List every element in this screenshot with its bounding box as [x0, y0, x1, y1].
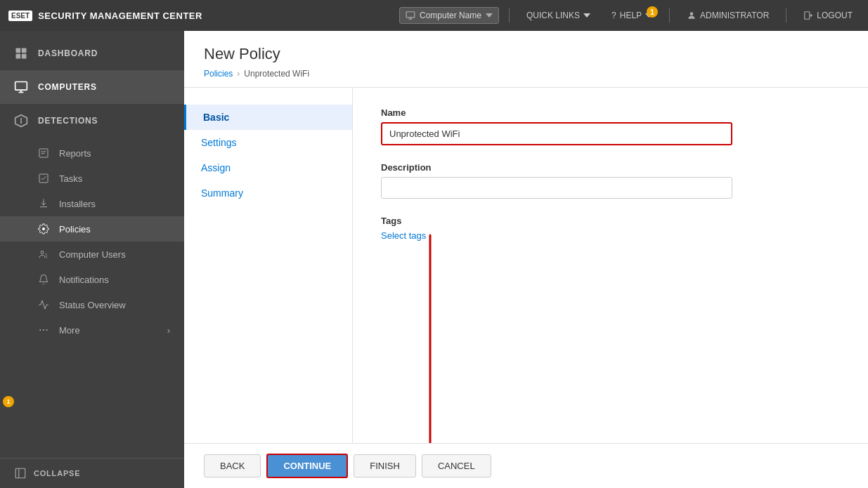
sidebar-item-label: Policies [59, 224, 91, 235]
svg-rect-9 [22, 48, 27, 53]
sidebar-item-status-overview[interactable]: Status Overview [0, 292, 184, 317]
description-field-group: Description [381, 162, 840, 199]
wizard-step-settings[interactable]: Settings [184, 130, 352, 155]
tags-label: Tags [381, 216, 840, 226]
name-input[interactable] [382, 124, 731, 144]
svg-rect-12 [15, 82, 27, 91]
sidebar-item-detections[interactable]: DETECTIONS [0, 104, 184, 138]
sidebar-item-label: Computer Users [59, 249, 126, 260]
name-field-wrapper [381, 122, 732, 145]
form-footer: BACK CONTINUE FINISH CANCEL [184, 443, 868, 488]
sidebar-item-installers[interactable]: Installers [0, 191, 184, 216]
page-header: New Policy Policies › Unprotected WiFi [184, 31, 868, 88]
sidebar-item-tasks[interactable]: Tasks [0, 166, 184, 191]
wizard-step-basic[interactable]: Basic [184, 105, 352, 130]
svg-rect-15 [39, 149, 48, 157]
sidebar: DASHBOARD COMPUTERS DETECTIONS Reports T… [0, 31, 184, 488]
breadcrumb: Policies › Unprotected WiFi [204, 69, 848, 87]
svg-marker-3 [486, 13, 493, 18]
sidebar-main-items: DASHBOARD COMPUTERS DETECTIONS [0, 31, 184, 138]
finish-button[interactable]: FINISH [354, 454, 416, 477]
sidebar-notification-dot: 1 [3, 396, 14, 407]
sidebar-item-label: COMPUTERS [38, 82, 97, 92]
brand-logo: ESET SECURITY MANAGEMENT CENTER [8, 11, 202, 21]
computer-name-label: Computer Name [420, 11, 481, 20]
wizard-steps-panel: Basic Settings Assign Summary [184, 88, 353, 443]
select-tags-link[interactable]: Select tags [381, 230, 426, 241]
sidebar-item-label: Status Overview [59, 300, 126, 310]
sidebar-item-notifications[interactable]: Notifications [0, 267, 184, 292]
continue-button[interactable]: CONTINUE [266, 454, 348, 478]
breadcrumb-separator: › [237, 69, 240, 79]
computer-name-selector[interactable]: Computer Name [399, 7, 499, 24]
svg-rect-8 [16, 48, 21, 53]
eset-badge: ESET [8, 11, 32, 21]
breadcrumb-current: Unprotected WiFi [244, 69, 309, 79]
tags-field-group: Tags Select tags [381, 216, 840, 241]
sidebar-sub-items: Reports Tasks Installers Policies Comput… [0, 138, 184, 345]
collapse-label: COLLAPSE [34, 469, 80, 477]
name-label: Name [381, 107, 840, 118]
sidebar-item-more[interactable]: More › [0, 317, 184, 343]
svg-rect-0 [406, 12, 415, 18]
svg-rect-11 [22, 54, 27, 59]
top-navigation: ESET SECURITY MANAGEMENT CENTER Computer… [0, 0, 868, 31]
svg-point-21 [39, 329, 41, 331]
svg-rect-10 [16, 54, 21, 59]
help-button[interactable]: ? HELP 1 [604, 8, 659, 23]
arrow-annotation [374, 228, 514, 443]
wizard-step-assign[interactable]: Assign [184, 155, 352, 180]
svg-rect-7 [805, 12, 810, 20]
sidebar-item-label: Installers [59, 199, 96, 209]
administrator-button[interactable]: ADMINISTRATOR [680, 8, 776, 23]
sidebar-collapse-button[interactable]: COLLAPSE [0, 458, 184, 488]
cancel-button[interactable]: CANCEL [422, 454, 491, 477]
sidebar-item-policies[interactable]: Policies [0, 216, 184, 242]
wizard-step-summary[interactable]: Summary [184, 180, 352, 206]
help-label: HELP [620, 11, 642, 20]
svg-rect-24 [15, 468, 25, 478]
breadcrumb-parent[interactable]: Policies [204, 69, 233, 79]
content-area: New Policy Policies › Unprotected WiFi B… [184, 31, 868, 488]
sidebar-item-label: Reports [59, 148, 91, 159]
svg-point-23 [46, 329, 48, 331]
sidebar-item-reports[interactable]: Reports [0, 140, 184, 166]
page-title: New Policy [204, 45, 848, 63]
more-arrow-icon: › [167, 325, 170, 336]
sidebar-item-dashboard[interactable]: DASHBOARD [0, 37, 184, 70]
svg-point-6 [690, 12, 694, 15]
logout-label: LOGOUT [817, 11, 853, 20]
back-button[interactable]: BACK [204, 454, 261, 477]
app-title: SECURITY MANAGEMENT CENTER [38, 11, 202, 21]
sidebar-item-label: DASHBOARD [38, 48, 98, 58]
sidebar-item-label: Notifications [59, 275, 109, 285]
logout-button[interactable]: LOGOUT [796, 8, 860, 23]
svg-marker-4 [583, 13, 590, 18]
quick-links-button[interactable]: QUICK LINKS [519, 8, 597, 23]
form-panel: Name Description Tags Select tags [353, 88, 868, 443]
page-body: Basic Settings Assign Summary [184, 88, 868, 443]
administrator-label: ADMINISTRATOR [700, 11, 769, 20]
sidebar-item-computer-users[interactable]: Computer Users [0, 242, 184, 267]
sidebar-item-computers[interactable]: COMPUTERS [0, 70, 184, 104]
svg-point-22 [43, 329, 44, 331]
svg-point-20 [41, 251, 44, 253]
quick-links-label: QUICK LINKS [526, 11, 580, 20]
sidebar-item-label: DETECTIONS [38, 116, 98, 126]
sidebar-item-label: More [59, 325, 80, 336]
description-label: Description [381, 162, 840, 173]
main-layout: DASHBOARD COMPUTERS DETECTIONS Reports T… [0, 31, 868, 488]
description-input[interactable] [381, 177, 732, 199]
sidebar-item-label: Tasks [59, 173, 82, 184]
name-field-group: Name [381, 107, 840, 145]
svg-point-19 [42, 227, 45, 230]
notification-badge: 1 [647, 6, 658, 18]
